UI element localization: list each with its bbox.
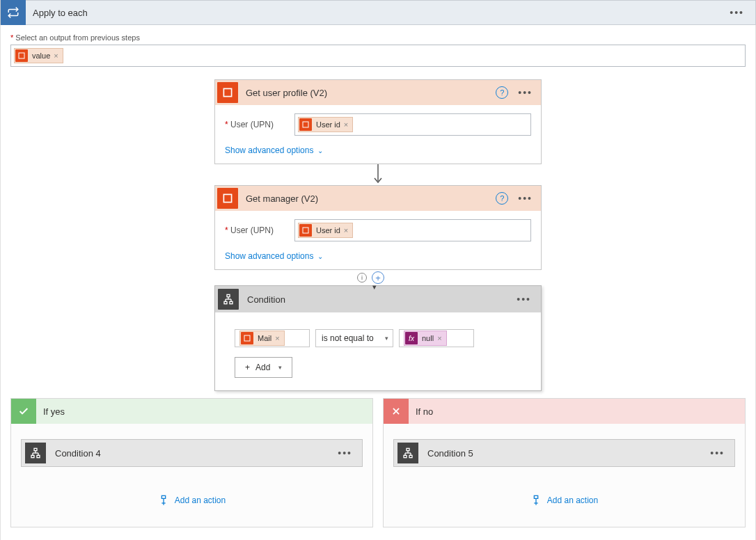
- chevron-down-icon: ⌄: [317, 147, 323, 154]
- svg-rect-28: [409, 455, 412, 457]
- output-label: * Select an output from previous steps: [10, 33, 746, 42]
- field-label: * User (UPN): [225, 120, 294, 129]
- remove-token-icon[interactable]: ×: [275, 334, 279, 342]
- svg-rect-33: [534, 495, 537, 498]
- token-user-id[interactable]: User id ×: [298, 117, 353, 132]
- chevron-down-icon: ⌄: [317, 253, 323, 260]
- office-icon: [299, 224, 312, 237]
- operator-select[interactable]: is not equal to▾: [315, 329, 393, 347]
- svg-rect-27: [404, 455, 407, 457]
- step-title: Get manager (V2): [240, 193, 496, 204]
- header-title: Apply to each: [26, 8, 718, 18]
- chevron-down-icon: ▾: [385, 335, 388, 342]
- remove-token-icon[interactable]: ×: [344, 120, 348, 129]
- step-menu-icon[interactable]: •••: [515, 193, 541, 204]
- token-value[interactable]: value ×: [14, 48, 63, 63]
- svg-rect-0: [19, 53, 24, 58]
- condition-header[interactable]: Condition •••: [215, 286, 541, 312]
- svg-rect-6: [227, 294, 230, 296]
- flow-arrow: [372, 164, 384, 185]
- add-condition-button[interactable]: + Add ▾: [235, 357, 292, 378]
- token-user-id[interactable]: User id ×: [298, 223, 353, 238]
- add-action-yes[interactable]: Add an action: [11, 495, 372, 506]
- condition-left-input[interactable]: Mail ×: [235, 329, 310, 347]
- branch-no-label: If no: [409, 406, 433, 417]
- help-icon[interactable]: ?: [496, 192, 508, 205]
- header-menu-icon[interactable]: •••: [718, 7, 755, 18]
- check-icon: [11, 399, 36, 424]
- info-icon[interactable]: i: [357, 273, 367, 283]
- help-icon[interactable]: ?: [496, 86, 508, 99]
- svg-rect-1: [223, 88, 231, 96]
- step-get-manager: Get manager (V2) ? ••• * User (UPN) User…: [214, 185, 542, 270]
- condition-menu-icon[interactable]: •••: [507, 294, 541, 305]
- loop-icon: [1, 0, 26, 25]
- step-menu-icon[interactable]: •••: [328, 447, 362, 459]
- svg-rect-4: [223, 194, 231, 202]
- user-upn-input[interactable]: User id ×: [294, 219, 531, 241]
- condition-icon: [397, 443, 418, 463]
- close-icon: [384, 399, 409, 424]
- svg-rect-21: [162, 495, 165, 498]
- office-icon: [217, 188, 238, 209]
- condition-card: Condition ••• Mail × is not equal to▾: [214, 285, 542, 391]
- svg-rect-26: [407, 448, 409, 450]
- output-input[interactable]: value ×: [10, 45, 746, 67]
- remove-token-icon[interactable]: ×: [437, 334, 441, 342]
- flow-arrow-tail: ▾: [372, 283, 377, 292]
- field-label: * User (UPN): [225, 225, 294, 235]
- office-icon: [15, 49, 28, 62]
- branch-yes-label: If yes: [36, 406, 65, 417]
- token-fx-null[interactable]: fx null ×: [404, 331, 447, 346]
- sub-condition-5[interactable]: Condition 5 •••: [393, 439, 735, 467]
- condition-right-input[interactable]: fx null ×: [399, 329, 474, 347]
- svg-rect-7: [224, 301, 227, 303]
- user-upn-input[interactable]: User id ×: [294, 113, 531, 136]
- svg-rect-14: [34, 448, 37, 450]
- step-get-user-profile: Get user profile (V2) ? ••• * User (UPN)…: [214, 79, 542, 164]
- remove-token-icon[interactable]: ×: [54, 51, 58, 60]
- fx-icon: fx: [405, 332, 418, 344]
- office-icon: [217, 82, 238, 103]
- branch-no: If no Condition 5 ••• Add an action: [383, 398, 746, 527]
- sub-condition-4[interactable]: Condition 4 •••: [21, 439, 363, 467]
- loop-body: * Select an output from previous steps v…: [0, 25, 756, 540]
- step-header[interactable]: Get manager (V2) ? •••: [215, 186, 541, 211]
- plus-icon: +: [245, 363, 250, 372]
- condition-title: Condition: [242, 294, 507, 305]
- svg-rect-13: [244, 335, 250, 341]
- condition-icon: [218, 289, 239, 310]
- branch-yes-header[interactable]: If yes: [11, 399, 372, 424]
- step-menu-icon[interactable]: •••: [700, 447, 734, 459]
- apply-to-each-header[interactable]: Apply to each •••: [0, 0, 756, 25]
- show-advanced-link[interactable]: Show advanced options⌄: [225, 251, 323, 261]
- show-advanced-link[interactable]: Show advanced options⌄: [225, 145, 323, 155]
- sub-condition-title: Condition 5: [422, 448, 700, 459]
- add-action-no[interactable]: Add an action: [384, 495, 745, 506]
- step-menu-icon[interactable]: •••: [515, 87, 541, 98]
- condition-icon: [25, 443, 46, 463]
- insert-step-row: i + ▾: [214, 270, 542, 285]
- svg-rect-5: [303, 228, 308, 233]
- svg-rect-16: [37, 455, 40, 457]
- step-title: Get user profile (V2): [240, 88, 496, 98]
- sub-condition-title: Condition 4: [49, 448, 328, 459]
- branch-yes: If yes Condition 4 ••• Add an action: [10, 398, 373, 527]
- step-header[interactable]: Get user profile (V2) ? •••: [215, 80, 541, 105]
- svg-rect-15: [31, 455, 34, 457]
- office-icon: [299, 118, 312, 131]
- svg-rect-2: [303, 122, 308, 127]
- remove-token-icon[interactable]: ×: [344, 226, 348, 235]
- chevron-down-icon: ▾: [278, 364, 282, 371]
- token-mail[interactable]: Mail ×: [239, 331, 285, 346]
- branch-no-header[interactable]: If no: [384, 399, 745, 424]
- office-icon: [241, 332, 253, 344]
- svg-rect-8: [230, 301, 233, 303]
